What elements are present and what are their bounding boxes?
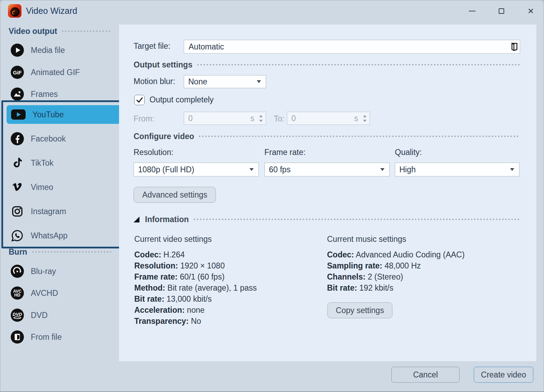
dotted-divider — [199, 136, 519, 137]
stepper-arrows[interactable] — [259, 115, 263, 122]
info-row: Method: Bit rate (average), 1 pass — [134, 282, 257, 293]
target-file-label: Target file: — [134, 42, 170, 51]
information-header[interactable]: Information — [134, 214, 519, 225]
info-row: Codec: Advanced Audio Coding (AAC) — [327, 249, 465, 260]
chevron-down-icon — [257, 80, 261, 83]
open-folder-icon — [509, 42, 519, 52]
create-video-button[interactable]: Create video — [474, 367, 533, 383]
stepper-up-icon — [259, 115, 263, 117]
svg-text:DVD: DVD — [12, 312, 22, 317]
svg-text:GiF: GiF — [13, 70, 21, 75]
app-logo-icon — [8, 4, 21, 18]
play-circle-icon — [11, 44, 24, 57]
sidebar-item-youtube-selected[interactable]: YouTube — [7, 105, 123, 124]
stepper-down-icon — [363, 120, 366, 122]
info-row: Bit rate: 13,000 kbit/s — [134, 293, 257, 304]
info-row: Channels: 2 (Stereo) — [327, 271, 465, 282]
dvd-icon: DVD — [11, 309, 24, 322]
facebook-icon — [11, 132, 24, 145]
youtube-icon — [11, 109, 26, 120]
dotted-divider — [194, 219, 520, 220]
sidebar-section-burn: Burn — [9, 247, 111, 257]
from-label: From: — [134, 114, 154, 124]
svg-text:HD: HD — [14, 293, 20, 298]
title-bar: Video Wizard ✕ — [0, 0, 544, 22]
chevron-down-icon — [250, 168, 254, 171]
section-label: Burn — [9, 247, 27, 257]
motion-blur-dropdown[interactable]: None — [184, 75, 266, 88]
sidebar-section-video-output: Video output — [9, 26, 111, 36]
bluray-icon — [11, 265, 24, 278]
sidebar-item-from-file[interactable]: From file — [11, 328, 62, 346]
sidebar-item-media-file[interactable]: Media file — [11, 41, 65, 59]
photo-circle-icon — [11, 88, 24, 101]
sidebar-item-blu-ray[interactable]: Blu-ray — [11, 262, 56, 280]
to-input[interactable]: 0 s — [287, 112, 370, 125]
tiktok-icon — [11, 156, 24, 170]
maximize-button[interactable] — [494, 4, 509, 18]
advanced-settings-button[interactable]: Advanced settings — [134, 187, 216, 203]
target-file-input[interactable]: Automatic — [184, 40, 520, 54]
minimize-button[interactable] — [465, 4, 479, 18]
instagram-icon — [11, 205, 24, 218]
sidebar-item-frames[interactable]: Frames — [11, 85, 58, 103]
gif-circle-icon: GiF — [11, 66, 24, 79]
stepper-up-icon — [363, 115, 366, 117]
from-input[interactable]: 0 s — [184, 112, 266, 125]
info-row: Frame rate: 60/1 (60 fps) — [134, 271, 257, 282]
app-window: Video Wizard ✕ Video output Media file G… — [0, 0, 544, 392]
info-row: Resolution: 1920 × 1080 — [134, 260, 257, 271]
section-label: Video output — [9, 27, 57, 36]
music-settings-title: Current music settings — [327, 235, 406, 244]
chevron-down-icon — [510, 168, 514, 171]
close-button[interactable]: ✕ — [524, 4, 538, 18]
to-label: To: — [274, 114, 284, 124]
whatsapp-icon — [11, 229, 24, 242]
target-file-value: Automatic — [184, 42, 508, 52]
quality-dropdown[interactable]: High — [395, 163, 519, 176]
chevron-down-icon — [380, 168, 384, 171]
sidebar-item-whatsapp[interactable]: WhatsApp — [11, 227, 67, 245]
sidebar-item-vimeo[interactable]: Vimeo — [11, 178, 53, 196]
collapse-triangle-icon — [134, 217, 139, 222]
window-title: Video Wizard — [26, 6, 77, 16]
copy-settings-button[interactable]: Copy settings — [327, 302, 392, 318]
stepper-down-icon — [259, 120, 263, 122]
sidebar-item-avchd[interactable]: AVCHD AVCHD — [11, 284, 58, 302]
from-file-icon — [11, 330, 24, 344]
output-settings-header: Output settings — [134, 60, 519, 70]
info-row: Acceleration: none — [134, 304, 257, 316]
sidebar-item-instagram[interactable]: Instagram — [11, 202, 66, 220]
dotted-divider — [32, 251, 111, 253]
output-completely-label: Output completely — [149, 95, 214, 104]
checkmark-icon — [135, 95, 144, 104]
info-row: Codec: H.264 — [134, 249, 257, 260]
resolution-label: Resolution: — [134, 148, 173, 157]
info-row: Sampling rate: 48,000 Hz — [327, 260, 465, 271]
info-row: Transparency: No — [134, 316, 257, 327]
resolution-dropdown[interactable]: 1080p (Full HD) — [134, 163, 259, 176]
minimize-icon — [469, 11, 475, 11]
frame-rate-label: Frame rate: — [264, 148, 306, 157]
info-row: Bit rate: 192 kbit/s — [327, 282, 465, 293]
sidebar-item-tiktok[interactable]: TikTok — [11, 154, 54, 172]
frame-rate-dropdown[interactable]: 60 fps — [264, 163, 390, 176]
maximize-icon — [499, 8, 504, 14]
dotted-divider — [62, 30, 111, 32]
stepper-arrows[interactable] — [363, 115, 366, 122]
cancel-button[interactable]: Cancel — [391, 367, 460, 383]
sidebar-item-dvd[interactable]: DVD DVD — [11, 306, 48, 324]
sidebar-item-facebook[interactable]: Facebook — [11, 130, 66, 148]
dotted-divider — [197, 64, 519, 65]
avchd-icon: AVCHD — [11, 286, 24, 300]
close-icon: ✕ — [527, 7, 534, 15]
motion-blur-label: Motion blur: — [134, 77, 175, 86]
quality-label: Quality: — [395, 148, 422, 157]
output-completely-checkbox[interactable] — [134, 95, 145, 105]
browse-button[interactable] — [508, 41, 520, 53]
main-panel: Target file: Automatic Output settings M… — [119, 25, 536, 361]
configure-video-header: Configure video — [134, 131, 519, 142]
sidebar-item-animated-gif[interactable]: GiF Animated GIF — [11, 63, 80, 81]
music-settings-list: Codec: Advanced Audio Coding (AAC) Sampl… — [327, 249, 465, 293]
video-settings-title: Current video settings — [134, 235, 212, 244]
